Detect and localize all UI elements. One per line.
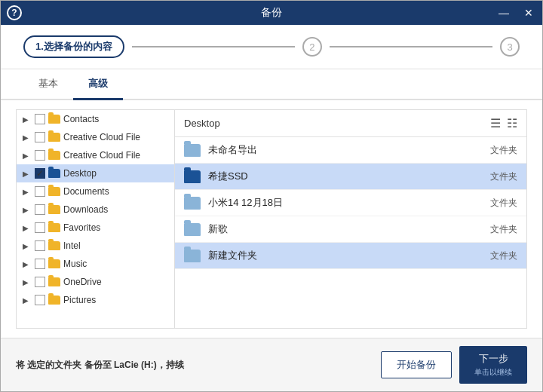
- next-button-sub: 单击以继续: [474, 367, 512, 378]
- tree-arrow-documents: ▶: [23, 188, 32, 196]
- step-1[interactable]: 1.选择备份的内容: [23, 35, 124, 58]
- tab-basic[interactable]: 基本: [23, 69, 73, 100]
- tree-checkbox-contacts[interactable]: [35, 114, 45, 124]
- tree-label-onedrive: OneDrive: [63, 277, 168, 287]
- file-panel-title: Desktop: [184, 118, 220, 129]
- folder-icon-onedrive: [48, 277, 60, 286]
- tree-label-documents: Documents: [63, 186, 168, 197]
- file-item-newfile[interactable]: 新建文件夹 文件夹: [175, 243, 526, 269]
- list-view-icon[interactable]: ☰: [490, 116, 501, 130]
- tree-label-intel: Intel: [63, 240, 168, 251]
- step-1-label[interactable]: 1.选择备份的内容: [23, 35, 124, 58]
- file-type-unnamed: 文件夹: [490, 144, 517, 157]
- file-item-unnamed[interactable]: 未命名导出 文件夹: [175, 137, 526, 164]
- tree-item-creative1[interactable]: ▶ Creative Cloud File: [17, 128, 174, 146]
- tree-label-creative1: Creative Cloud File: [63, 132, 168, 142]
- close-button[interactable]: ✕: [521, 8, 536, 18]
- next-button-label: 下一步: [479, 352, 508, 366]
- folder-icon-unnamed: [184, 144, 201, 157]
- file-type-xijie: 文件夹: [490, 170, 517, 183]
- tree-checkbox-favorites[interactable]: [35, 222, 45, 233]
- tree-item-music[interactable]: ▶ Music: [17, 255, 174, 273]
- title-bar-left: ?: [7, 5, 22, 20]
- tree-checkbox-desktop[interactable]: ✓: [35, 168, 45, 179]
- tab-advanced[interactable]: 高级: [73, 69, 123, 100]
- main-content: ▶ Contacts ▶ Creative Cloud File ▶ Creat…: [1, 100, 542, 338]
- window-title: 备份: [261, 6, 282, 20]
- folder-icon-pictures: [48, 296, 60, 305]
- step-3-label[interactable]: 3: [500, 37, 520, 57]
- tree-item-documents[interactable]: ▶ Documents: [17, 182, 174, 201]
- tree-checkbox-pictures[interactable]: [35, 295, 45, 305]
- start-backup-button[interactable]: 开始备份: [381, 351, 452, 378]
- file-name-newfile: 新建文件夹: [208, 249, 483, 262]
- tree-label-music: Music: [63, 259, 168, 269]
- folder-icon-documents: [48, 187, 60, 196]
- tab-bar: 基本 高级: [1, 69, 542, 100]
- tree-checkbox-onedrive[interactable]: [35, 277, 45, 287]
- tree-item-intel[interactable]: ▶ Intel: [17, 237, 174, 255]
- folder-icon-xinge: [184, 223, 201, 236]
- folder-icon-downloads: [48, 205, 60, 214]
- minimize-button[interactable]: —: [495, 8, 512, 18]
- tree-panel: ▶ Contacts ▶ Creative Cloud File ▶ Creat…: [16, 109, 174, 329]
- title-bar: ? 备份 — ✕: [1, 1, 542, 25]
- folder-icon-contacts: [48, 115, 60, 124]
- tree-arrow-pictures: ▶: [23, 296, 32, 305]
- view-icons: ☰ ☷: [490, 116, 517, 130]
- main-window: ? 备份 — ✕ 1.选择备份的内容 2 3 基本 高级 ▶ Contacts: [0, 0, 543, 392]
- tree-item-contacts[interactable]: ▶ Contacts: [17, 110, 174, 128]
- tree-label-favorites: Favorites: [63, 222, 168, 233]
- file-type-xiaomi: 文件夹: [490, 197, 517, 210]
- tree-label-downloads: Downloads: [63, 204, 168, 215]
- file-item-xiaomi[interactable]: 小米14 12月18日 文件夹: [175, 190, 526, 216]
- folder-icon-xijie: [184, 170, 201, 183]
- title-bar-controls: — ✕: [495, 8, 536, 18]
- file-name-xiaomi: 小米14 12月18日: [208, 196, 483, 210]
- folder-icon-music: [48, 259, 60, 268]
- tree-item-favorites[interactable]: ▶ Favorites: [17, 219, 174, 237]
- file-panel: Desktop ☰ ☷ 未命名导出 文件夹 希捷SSD 文件夹: [174, 109, 527, 329]
- folder-icon-creative1: [48, 133, 60, 142]
- file-item-xijie[interactable]: 希捷SSD 文件夹: [175, 164, 526, 190]
- folder-icon-xiaomi: [184, 197, 201, 210]
- tree-arrow-creative1: ▶: [23, 133, 32, 142]
- folder-icon-favorites: [48, 223, 60, 232]
- tree-checkbox-creative2[interactable]: [35, 150, 45, 161]
- file-item-xinge[interactable]: 新歌 文件夹: [175, 216, 526, 243]
- file-type-xinge: 文件夹: [490, 223, 517, 236]
- folder-icon-newfile: [184, 250, 201, 262]
- bottom-info-text: 将 选定的文件夹 备份至 LaCie (H:)，持续: [16, 360, 184, 370]
- tree-checkbox-creative1[interactable]: [35, 132, 45, 142]
- folder-icon-intel: [48, 241, 60, 250]
- step-line-1: [132, 46, 295, 47]
- step-line-2: [330, 46, 492, 47]
- file-panel-header: Desktop ☰ ☷: [175, 110, 526, 137]
- tree-arrow-creative2: ▶: [23, 152, 32, 160]
- file-name-xinge: 新歌: [208, 222, 483, 236]
- file-list: 未命名导出 文件夹 希捷SSD 文件夹 小米14 12月18日 文件夹 新歌 文: [175, 137, 526, 328]
- bottom-buttons: 开始备份 下一步 单击以继续: [381, 346, 527, 384]
- tree-checkbox-documents[interactable]: [35, 186, 45, 197]
- step-2-label[interactable]: 2: [302, 37, 322, 57]
- tree-arrow-music: ▶: [23, 260, 32, 268]
- file-type-newfile: 文件夹: [490, 250, 517, 262]
- tree-item-desktop[interactable]: ▶ ✓ Desktop: [17, 164, 174, 182]
- tree-item-onedrive[interactable]: ▶ OneDrive: [17, 273, 174, 291]
- next-button[interactable]: 下一步 单击以继续: [459, 346, 527, 384]
- tree-arrow-onedrive: ▶: [23, 278, 32, 286]
- steps-bar: 1.选择备份的内容 2 3: [1, 25, 542, 69]
- tree-checkbox-music[interactable]: [35, 259, 45, 269]
- folder-icon-desktop: [48, 169, 60, 178]
- tree-checkbox-downloads[interactable]: [35, 204, 45, 215]
- bottom-bar: 将 选定的文件夹 备份至 LaCie (H:)，持续 开始备份 下一步 单击以继…: [1, 338, 542, 391]
- tree-arrow-favorites: ▶: [23, 224, 32, 232]
- tree-item-pictures[interactable]: ▶ Pictures: [17, 291, 174, 309]
- tree-item-creative2[interactable]: ▶ Creative Cloud File: [17, 146, 174, 164]
- tree-label-contacts: Contacts: [63, 114, 168, 124]
- grid-view-icon[interactable]: ☷: [507, 116, 517, 130]
- help-button[interactable]: ?: [7, 5, 22, 20]
- tree-checkbox-intel[interactable]: [35, 240, 45, 251]
- tree-item-downloads[interactable]: ▶ Downloads: [17, 201, 174, 219]
- tree-arrow-contacts: ▶: [23, 115, 32, 124]
